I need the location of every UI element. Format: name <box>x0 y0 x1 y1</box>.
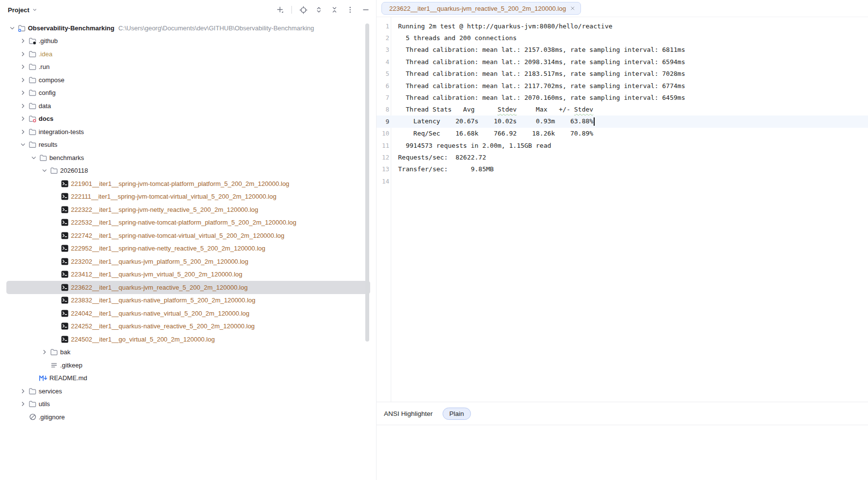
tree-item-label: 222322__iter1__spring-jvm-netty_reactive… <box>71 206 258 213</box>
tree-item-label: 223832__iter1__quarkus-native_platform_5… <box>71 297 255 304</box>
tree-item-bak[interactable]: bak <box>0 346 376 359</box>
chevron-right-icon[interactable] <box>20 50 26 58</box>
project-view-selector[interactable]: Project <box>8 6 38 14</box>
folder-icon <box>28 50 37 58</box>
tree-item-data[interactable]: data <box>0 99 376 113</box>
terminal-icon <box>61 206 69 214</box>
tree-item-224502__iter1__go_virtual_5_200_2m_120000.log[interactable]: 224502__iter1__go_virtual_5_200_2m_12000… <box>0 333 376 346</box>
chevron-down-icon[interactable] <box>9 24 16 32</box>
line-number: 2 <box>377 34 389 42</box>
tree-item-label: 20260118 <box>60 167 88 174</box>
editor-line-11[interactable]: 11 9914573 requests in 2.00m, 1.15GB rea… <box>377 139 868 151</box>
editor-line-14[interactable]: 14 <box>377 175 868 187</box>
editor-line-12[interactable]: 12Requests/sec: 82622.72 <box>377 151 868 163</box>
tree-item-224042__iter1__quarkus-native_virtual_5_200_2m_120000.log[interactable]: 224042__iter1__quarkus-native_virtual_5_… <box>0 307 376 320</box>
tree-item-222532__iter1__spring-native-tomcat-platform_platform_5_200_2m_120000.log[interactable]: 222532__iter1__spring-native-tomcat-plat… <box>0 216 376 229</box>
chevron-right-icon[interactable] <box>20 387 26 395</box>
tree-item-label: 224042__iter1__quarkus-native_virtual_5_… <box>71 310 249 317</box>
editor[interactable]: 1Running 2m test @ http://quarkus-jvm:80… <box>377 17 868 402</box>
chevron-right-icon[interactable] <box>20 89 26 97</box>
tree-item-223412__iter1__quarkus-jvm_virtual_5_200_2m_120000.log[interactable]: 223412__iter1__quarkus-jvm_virtual_5_200… <box>0 268 376 281</box>
editor-line-1[interactable]: 1Running 2m test @ http://quarkus-jvm:80… <box>377 20 868 32</box>
terminal-icon <box>61 192 69 201</box>
chevron-down-icon[interactable] <box>41 167 48 175</box>
editor-line-10[interactable]: 10 Req/Sec 16.68k 766.92 18.26k 70.89% <box>377 128 868 139</box>
close-icon[interactable] <box>569 5 576 12</box>
toolbar-separator <box>291 6 292 14</box>
tree-item-label: .run <box>39 63 49 70</box>
editor-line-2[interactable]: 2 5 threads and 200 connections <box>377 32 868 44</box>
tree-item-benchmarks[interactable]: benchmarks <box>0 151 376 164</box>
bottom-spacer <box>377 425 868 480</box>
line-text: Thread calibration: mean lat.: 2098.314m… <box>389 58 685 66</box>
tree-item-Observability-Benchmarking[interactable]: Observability-BenchmarkingC:\Users\georg… <box>0 22 376 35</box>
tree-item-utils[interactable]: utils <box>0 398 376 411</box>
line-number: 5 <box>377 70 389 77</box>
tree-item-label: 224502__iter1__go_virtual_5_200_2m_12000… <box>71 336 215 343</box>
terminal-icon <box>61 270 69 278</box>
tree-item-224252__iter1__quarkus-native_reactive_5_200_2m_120000.log[interactable]: 224252__iter1__quarkus-native_reactive_5… <box>0 320 376 333</box>
tree-item-results[interactable]: results <box>0 138 376 152</box>
editor-line-4[interactable]: 4 Thread calibration: mean lat.: 2098.31… <box>377 56 868 68</box>
tree-item-services[interactable]: services <box>0 385 376 398</box>
tree-item-config[interactable]: config <box>0 87 376 100</box>
line-text: Thread calibration: mean lat.: 2117.702m… <box>389 82 685 90</box>
editor-line-6[interactable]: 6 Thread calibration: mean lat.: 2117.70… <box>377 80 868 91</box>
text-caret <box>594 117 595 126</box>
line-text: Req/Sec 16.68k 766.92 18.26k 70.89% <box>389 130 593 137</box>
tree-item-222952__iter1__spring-native-netty_reactive_5_200_2m_120000.log[interactable]: 222952__iter1__spring-native-netty_react… <box>0 242 376 255</box>
chevron-right-icon[interactable] <box>20 128 26 136</box>
chevron-right-icon[interactable] <box>20 37 26 45</box>
markdown-icon <box>39 374 47 382</box>
chevron-right-icon[interactable] <box>41 348 48 356</box>
chevron-right-icon[interactable] <box>20 115 26 123</box>
folder-icon <box>28 140 37 149</box>
plain-mode-button[interactable]: Plain <box>443 408 471 420</box>
tree-scrollbar[interactable] <box>365 23 369 342</box>
chevron-down-icon[interactable] <box>20 141 26 149</box>
tree-item-label: 223412__iter1__quarkus-jvm_virtual_5_200… <box>71 271 243 278</box>
tree-item-.gitkeep[interactable]: .gitkeep <box>0 359 376 372</box>
chevron-right-icon[interactable] <box>20 63 26 71</box>
expand-all-button[interactable] <box>314 5 323 14</box>
chevron-down-icon[interactable] <box>30 154 37 161</box>
collapse-all-button[interactable] <box>330 5 339 14</box>
editor-line-7[interactable]: 7 Thread calibration: mean lat.: 2070.16… <box>377 91 868 103</box>
editor-line-5[interactable]: 5 Thread calibration: mean lat.: 2183.51… <box>377 68 868 80</box>
tree-item-.idea[interactable]: .idea <box>0 47 376 61</box>
editor-line-8[interactable]: 8 Thread Stats Avg Stdev Max +/- Stdev <box>377 104 868 115</box>
spellcheck-underline: Stdev <box>574 106 593 113</box>
line-number: 7 <box>377 94 389 101</box>
tree-item-compose[interactable]: compose <box>0 73 376 87</box>
tree-item-20260118[interactable]: 20260118 <box>0 164 376 178</box>
terminal-icon <box>61 244 69 252</box>
hide-panel-button[interactable] <box>361 5 370 14</box>
tree-item-README.md[interactable]: README.md <box>0 372 376 385</box>
panel-title: Project <box>8 6 29 14</box>
tree-item-222111__iter1__spring-jvm-tomcat-virtual_virtual_5_200_2m_120000.log[interactable]: 222111__iter1__spring-jvm-tomcat-virtual… <box>0 190 376 204</box>
tree-item-223202__iter1__quarkus-jvm_platform_5_200_2m_120000.log[interactable]: 223202__iter1__quarkus-jvm_platform_5_20… <box>0 255 376 268</box>
tree-item-integration-tests[interactable]: integration-tests <box>0 125 376 138</box>
tree-item-.gitignore[interactable]: .gitignore <box>0 411 376 424</box>
tree-item-223622__iter1__quarkus-jvm_reactive_5_200_2m_120000.log[interactable]: 223622__iter1__quarkus-jvm_reactive_5_20… <box>0 281 376 294</box>
chevron-right-icon[interactable] <box>20 102 26 110</box>
editor-tab[interactable]: 223622__iter1__quarkus-jvm_reactive_5_20… <box>381 2 581 15</box>
tree-item-222742__iter1__spring-native-tomcat-virtual_virtual_5_200_2m_120000.log[interactable]: 222742__iter1__spring-native-tomcat-virt… <box>0 229 376 242</box>
editor-line-9[interactable]: 9 Latency 20.67s 10.02s 0.93m 63.88% <box>377 115 868 127</box>
tree-item-223832__iter1__quarkus-native_platform_5_200_2m_120000.log[interactable]: 223832__iter1__quarkus-native_platform_5… <box>0 294 376 307</box>
folder-icon <box>28 89 37 97</box>
chevron-right-icon[interactable] <box>20 76 26 84</box>
add-button[interactable] <box>276 5 285 14</box>
editor-line-13[interactable]: 13Transfer/sec: 9.85MB <box>377 163 868 175</box>
chevron-right-icon[interactable] <box>20 400 26 408</box>
tree-item-.github[interactable]: .github <box>0 35 376 48</box>
tree-item-.run[interactable]: .run <box>0 61 376 74</box>
tree-item-222322__iter1__spring-jvm-netty_reactive_5_200_2m_120000.log[interactable]: 222322__iter1__spring-jvm-netty_reactive… <box>0 203 376 216</box>
locate-file-button[interactable] <box>299 5 308 14</box>
tree-item-docs[interactable]: docs <box>0 113 376 126</box>
tree-item-221901__iter1__spring-jvm-tomcat-platform_platform_5_200_2m_120000.log[interactable]: 221901__iter1__spring-jvm-tomcat-platfor… <box>0 177 376 190</box>
line-text: Thread Stats Avg Stdev Max +/- Stdev <box>389 106 593 113</box>
more-options-button[interactable] <box>346 5 355 14</box>
line-text: 5 threads and 200 connections <box>389 34 517 42</box>
editor-line-3[interactable]: 3 Thread calibration: mean lat.: 2157.03… <box>377 44 868 56</box>
